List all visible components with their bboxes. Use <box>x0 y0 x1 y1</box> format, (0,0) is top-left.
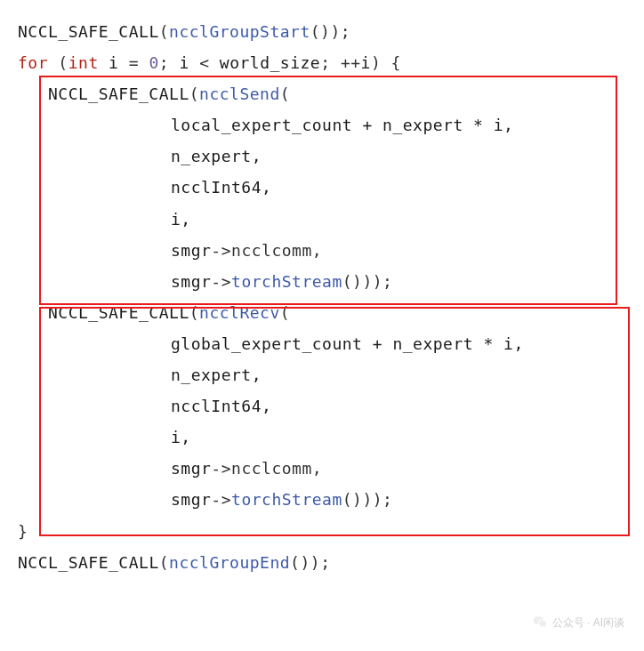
macro-ncclsafecall: NCCL_SAFE_CALL <box>48 84 189 103</box>
code-line-5: n_expert, <box>18 141 626 172</box>
code-line-14: i, <box>18 422 626 453</box>
arrow-op: -> <box>211 490 231 509</box>
code-line-7: i, <box>18 204 626 235</box>
code-line-3: NCCL_SAFE_CALL(ncclSend( <box>18 78 626 109</box>
num-zero: 0 <box>149 53 158 72</box>
wechat-icon <box>533 615 547 630</box>
kw-int: int <box>68 53 99 72</box>
paren-open: ( <box>159 22 169 41</box>
args: () <box>310 22 331 41</box>
fn-ncclsend: ncclSend <box>199 84 280 103</box>
fn-ncclgroupstart: ncclGroupStart <box>169 22 310 41</box>
macro-ncclsafecall: NCCL_SAFE_CALL <box>18 553 159 572</box>
code-line-9: smgr->torchStream())); <box>18 266 626 297</box>
code-line-18: NCCL_SAFE_CALL(ncclGroupEnd()); <box>18 547 626 578</box>
arrow-op: -> <box>211 459 231 478</box>
code-line-4: local_expert_count + n_expert * i, <box>18 109 626 141</box>
var-worldsize: world_size <box>220 53 320 72</box>
watermark-text: 公众号 · AI闲谈 <box>552 613 624 633</box>
macro-ncclsafecall: NCCL_SAFE_CALL <box>48 303 189 322</box>
code-line-17: } <box>18 516 626 547</box>
kw-for: for <box>18 53 48 72</box>
close: ); <box>330 22 350 41</box>
code-line-1: NCCL_SAFE_CALL(ncclGroupStart()); <box>18 16 626 47</box>
code-line-13: ncclInt64, <box>18 390 626 422</box>
code-line-10: NCCL_SAFE_CALL(ncclRecv( <box>18 297 626 328</box>
code-line-8: smgr->ncclcomm, <box>18 235 626 266</box>
arrow-op: -> <box>211 272 231 291</box>
code-line-12: n_expert, <box>18 359 626 390</box>
code-line-2: for (int i = 0; i < world_size; ++i) { <box>18 47 626 78</box>
fn-ncclrecv: ncclRecv <box>199 303 280 322</box>
watermark: 公众号 · AI闲谈 <box>533 613 624 633</box>
code-line-6: ncclInt64, <box>18 172 626 203</box>
arrow-op: -> <box>211 241 231 260</box>
code-line-15: smgr->ncclcomm, <box>18 453 626 484</box>
code-line-16: smgr->torchStream())); <box>18 484 626 515</box>
method-torchstream: torchStream <box>231 490 342 509</box>
code-line-11: global_expert_count + n_expert * i, <box>18 328 626 359</box>
method-torchstream: torchStream <box>231 272 342 291</box>
fn-ncclgroupend: ncclGroupEnd <box>169 553 290 572</box>
closing-brace: } <box>18 522 28 541</box>
macro-ncclsafecall: NCCL_SAFE_CALL <box>18 22 159 41</box>
